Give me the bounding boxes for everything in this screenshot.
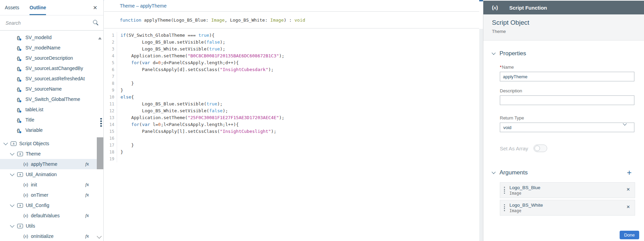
tree-item-SV_sourceLastChangedBy[interactable]: {}SV_sourceLastChangedBy (0, 63, 103, 73)
tree-item-Variable[interactable]: {}Variable (0, 125, 103, 135)
editor-scrollbar-track[interactable] (479, 29, 483, 241)
done-button[interactable]: Done (620, 231, 639, 239)
tree-item-defaultValues[interactable]: (x)defaultValuesfx (0, 210, 103, 221)
variable-dot (19, 38, 22, 41)
code-line[interactable]: 18} (104, 149, 479, 156)
tree-item-SV_sourceDescription[interactable]: {}SV_sourceDescription (0, 53, 103, 63)
drag-handle-icon[interactable] (504, 204, 505, 211)
code-line[interactable]: 12 Logo_BS_White.setVisible(false); (104, 107, 479, 114)
tree-item-onTimer[interactable]: (x)onTimerfx (0, 190, 103, 200)
code-line[interactable]: 2 Logo_BS_Blue.setVisible(false); (104, 39, 479, 46)
variable-dot (19, 100, 22, 103)
code-line[interactable]: 19 (104, 156, 479, 162)
tree-item-tableList[interactable]: {}tableList (0, 104, 103, 115)
search-row (0, 15, 103, 31)
code-text: for(var l=0;l<PanelCssApply.length;l++){ (117, 121, 239, 128)
script-object-icon: a (17, 224, 23, 228)
function-icon: (x) (23, 193, 28, 198)
remove-argument-icon[interactable]: × (626, 204, 630, 210)
close-icon[interactable]: × (93, 4, 97, 11)
line-number: 12 (104, 107, 117, 114)
code-text: Logo_BS_Blue.setVisible(false); (117, 39, 225, 46)
variable-dot (19, 110, 22, 113)
code-text (117, 73, 120, 80)
code-line[interactable]: 1if(SV_Switch_GlobalTheme === true){ (104, 32, 479, 39)
add-argument-icon[interactable]: + (627, 169, 632, 177)
panel-header: (x) Script Function (483, 1, 644, 14)
script-function-icon: (x) (492, 4, 498, 11)
code-text: Logo_BS_White.setVisible(false); (117, 107, 228, 114)
tree-item-SV_sourceLastRefreshedAt[interactable]: {}SV_sourceLastRefreshedAt (0, 73, 103, 84)
line-number: 6 (104, 66, 117, 73)
set-as-array-toggle[interactable] (533, 145, 547, 152)
drag-handle-icon[interactable] (504, 187, 505, 194)
fx-icon: fx (85, 161, 89, 167)
search-input[interactable] (5, 20, 87, 26)
tree-item-onInitialize[interactable]: (x)onInitializefx (0, 231, 103, 241)
tree-item-Title[interactable]: {}Title (0, 115, 103, 125)
variable-icon: {} (17, 76, 23, 81)
tree-item-label: SV_sourceName (25, 86, 62, 92)
section-arguments: Arguments + (492, 169, 634, 177)
return-type-select[interactable]: void (500, 123, 634, 132)
chevron-down-icon[interactable] (492, 170, 495, 174)
scroll-up-icon[interactable] (98, 37, 102, 39)
line-number: 10 (104, 94, 117, 101)
description-input[interactable] (500, 95, 634, 105)
remove-argument-icon[interactable]: × (626, 186, 630, 192)
code-line[interactable]: 6 PanelCssApply[d].setCssClass("InsightC… (104, 66, 479, 73)
code-line[interactable]: 8 } (104, 80, 479, 87)
tree-item-SV_sourceName[interactable]: {}SV_sourceName (0, 84, 103, 94)
tree-item-SV_Switch_GlobalTheme[interactable]: {}SV_Switch_GlobalTheme (0, 94, 103, 104)
tree-item-Script Objects[interactable]: aScript Objects (0, 138, 103, 149)
tree-item-init[interactable]: (x)initfx (0, 180, 103, 190)
tree-item-Theme[interactable]: aTheme (0, 149, 103, 159)
tree-item-SV_modelId[interactable]: {}SV_modelId (0, 32, 103, 43)
sidebar-scrollbar-thumb[interactable] (97, 137, 103, 169)
code-line[interactable]: 7 (104, 73, 479, 80)
code-line[interactable]: 11 Logo_BS_Blue.setVisible(true); (104, 101, 479, 107)
line-number: 2 (104, 39, 117, 46)
argument-type: Image (509, 191, 540, 196)
code-line[interactable]: 15 PanelCssApply[l].setCssClass("Insight… (104, 128, 479, 135)
tab-outline[interactable]: Outline (30, 0, 46, 15)
variable-icon: {} (17, 128, 23, 133)
chevron-down-icon[interactable] (10, 151, 14, 156)
chevron-down-icon[interactable] (3, 141, 8, 145)
code-line[interactable]: 17 } (104, 142, 479, 149)
code-text: for(var d=0;d<PanelCssApply.length;d++){ (117, 59, 239, 66)
code-line[interactable]: 9} (104, 87, 479, 94)
line-number: 3 (104, 46, 117, 53)
chevron-down-icon[interactable] (10, 203, 14, 207)
code-area[interactable]: 1if(SV_Switch_GlobalTheme === true){2 Lo… (104, 28, 479, 162)
return-type-field: Return Type void (500, 115, 634, 132)
tree-item-applyTheme[interactable]: (x)applyThemefx (0, 159, 103, 169)
code-line[interactable]: 16 (104, 135, 479, 142)
variable-dot (19, 69, 22, 72)
variable-dot (19, 131, 22, 134)
chevron-down-icon[interactable] (10, 223, 14, 228)
tab-assets[interactable]: Assets (5, 0, 19, 15)
code-text: Application.setTheme("25F0C30081F1E27F15… (117, 114, 284, 121)
function-icon: (x) (23, 213, 28, 218)
script-object-icon: a (17, 152, 23, 156)
code-line[interactable]: 4 Application.setTheme("B0C8CB0081F20135… (104, 53, 479, 59)
code-line[interactable]: 14 for(var l=0;l<PanelCssApply.length;l+… (104, 121, 479, 128)
code-text: } (117, 87, 123, 94)
tree-item-SV_modelName[interactable]: {}SV_modelName (0, 43, 103, 53)
name-input[interactable] (500, 72, 634, 81)
variable-icon: {} (17, 107, 23, 112)
tree-item-Utils[interactable]: aUtils (0, 221, 103, 231)
splitter-grip[interactable] (100, 118, 102, 127)
tree-item-Util_Animation[interactable]: aUtil_Animation (0, 169, 103, 180)
code-line[interactable]: 3 Logo_BS_White.setVisible(true); (104, 46, 479, 53)
chevron-down-icon[interactable] (10, 172, 14, 176)
chevron-down-icon[interactable] (492, 51, 495, 55)
code-text (117, 156, 120, 162)
code-line[interactable]: 13 Application.setTheme("25F0C30081F1E27… (104, 114, 479, 121)
return-type-label: Return Type (500, 115, 634, 120)
outline-sidebar: Assets Outline × {}SV_modelId{}SV_modelN… (0, 0, 104, 241)
tree-item-Util_Config[interactable]: aUtil_Config (0, 200, 103, 210)
code-line[interactable]: 10else{ (104, 94, 479, 101)
code-line[interactable]: 5 for(var d=0;d<PanelCssApply.length;d++… (104, 59, 479, 66)
